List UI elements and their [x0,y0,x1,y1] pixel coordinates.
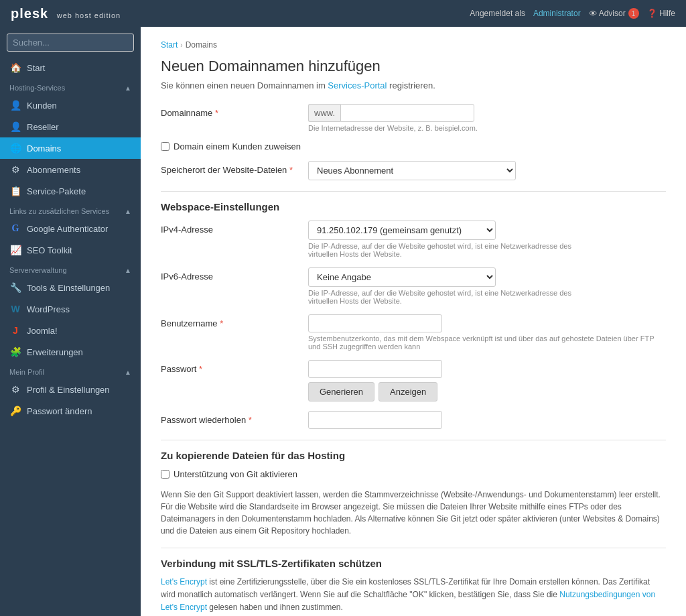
username-label: Benutzername * [161,314,308,328]
webspace-section-title: Webspace-Einstellungen [161,191,666,212]
password-repeat-label: Passwort wiederholen * [161,411,308,425]
git-checkbox-label[interactable]: Unterstützung von Git aktivieren [174,469,297,479]
git-text: Wenn Sie den Git Support deaktiviert las… [161,489,666,537]
password-input[interactable] [308,360,442,378]
sidebar-item-passwort[interactable]: 🔑 Passwort ändern [0,400,141,422]
wordpress-icon: W [9,304,21,314]
services-portal-link[interactable]: Services-Portal [328,80,387,90]
sidebar-item-google-auth[interactable]: G Google Authenticator [0,218,141,239]
sidebar-item-profil[interactable]: ⚙ Profil & Einstellungen [0,379,141,400]
pakete-icon: 📋 [9,186,21,196]
username-hint: Systembenutzerkonto, das mit dem Webspac… [308,334,666,351]
password-btn-group: Generieren Anzeigen [308,382,666,402]
sidebar-item-tools[interactable]: 🔧 Tools & Einstellungen [0,277,141,298]
sidebar-item-kunden[interactable]: 👤 Kunden [0,95,141,116]
sidebar-search-wrap [0,27,141,57]
sidebar-item-service-pakete[interactable]: 📋 Service-Pakete [0,180,141,202]
hosting-files-title: Zu kopierende Dateien für das Hosting [161,440,666,461]
domainname-label: Domainname * [161,104,308,118]
password-repeat-control [308,411,666,429]
username-control: Systembenutzerkonto, das mit dem Webspac… [308,314,666,351]
password-control: Generieren Anzeigen [308,360,666,402]
password-label: Passwort * [161,360,308,374]
domain-hint: Die Internetadresse der Website, z. B. b… [308,124,666,132]
joomla-icon: J [9,325,21,336]
sidebar-item-start[interactable]: 🏠 Start [0,57,141,78]
assign-customer-label[interactable]: Domain einem Kunden zuweisen [174,141,301,151]
lets-encrypt-link[interactable]: Let's Encrypt [161,577,207,587]
links-arrow: ▲ [125,208,131,215]
server-arrow: ▲ [125,267,131,274]
google-icon: G [9,223,21,234]
breadcrumb-start[interactable]: Start [161,40,178,50]
ipv4-hint: Die IP-Adresse, auf der die Website geho… [308,242,666,258]
webspace-select[interactable]: Neues Abonnement [308,161,516,180]
password-row: Passwort * Generieren Anzeigen [161,360,666,402]
chart-icon: 📈 [9,245,21,255]
globe-icon: 🌐 [9,143,21,153]
profil-arrow: ▲ [125,369,131,376]
show-button[interactable]: Anzeigen [379,382,437,402]
git-checkbox[interactable] [161,470,169,479]
ipv6-control: Keine Angabe Die IP-Adresse, auf der die… [308,267,666,305]
ssl-section: Verbindung mit SSL/TLS-Zertifikaten schü… [161,548,666,616]
sidebar-section-links: Links zu zusätzlichen Services ▲ [0,202,141,218]
domain-input-wrap: www. [308,104,666,122]
user-icon: 👤 [9,100,21,111]
ssl-title: Verbindung mit SSL/TLS-Zertifikaten schü… [161,548,666,569]
advisor-badge: 1 [628,8,639,19]
username-input[interactable] [308,314,442,332]
git-section: Unterstützung von Git aktivieren Wenn Si… [161,469,666,537]
sidebar-item-joomla[interactable]: J Joomla! [0,320,141,341]
sidebar-item-seo[interactable]: 📈 SEO Toolkit [0,239,141,261]
search-input[interactable] [7,34,134,52]
generate-button[interactable]: Generieren [308,382,374,402]
main-layout: 🏠 Start Hosting-Services ▲ 👤 Kunden 👤 Re… [0,27,686,616]
domain-name-input[interactable] [340,104,474,122]
sidebar-section-server: Serververwaltung ▲ [0,261,141,277]
sidebar: 🏠 Start Hosting-Services ▲ 👤 Kunden 👤 Re… [0,27,141,616]
key-icon: 🔑 [9,406,21,416]
required-star: * [215,108,218,118]
topbar-right: Angemeldet als Administrator 👁 Advisor 1… [470,8,675,19]
page-title: Neuen Domainnamen hinzufügen [161,58,666,75]
sidebar-item-erweiterungen[interactable]: 🧩 Erweiterungen [0,341,141,363]
topbar: plesk web host edition Angemeldet als Ad… [0,0,686,27]
sidebar-item-wordpress[interactable]: W WordPress [0,298,141,320]
ipv6-row: IPv6-Adresse Keine Angabe Die IP-Adresse… [161,267,666,305]
sidebar-section-hosting: Hosting-Services ▲ [0,78,141,95]
ipv6-hint: Die IP-Adresse, auf der die Website geho… [308,289,666,305]
assign-customer-checkbox[interactable] [161,142,169,151]
ipv4-control: 91.250.102.179 (gemeinsam genutzt) Die I… [308,221,666,258]
profil-icon: ⚙ [9,384,21,395]
webspace-label: Speicherort der Website-Dateien * [161,161,308,175]
domainname-row: Domainname * www. Die Internetadresse de… [161,104,666,132]
ipv6-select[interactable]: Keine Angabe [308,267,496,287]
assign-customer-row: Domain einem Kunden zuweisen [161,141,666,151]
password-repeat-input[interactable] [308,411,442,429]
sidebar-item-domains[interactable]: 🌐 Domains [0,137,141,159]
domainname-control: www. Die Internetadresse der Website, z.… [308,104,666,132]
ipv4-label: IPv4-Adresse [161,221,308,235]
breadcrumb-sep1: › [180,42,182,49]
sidebar-section-profil: Mein Profil ▲ [0,363,141,379]
reseller-icon: 👤 [9,121,21,132]
admin-link[interactable]: Administrator [533,9,581,18]
content: Start › Domains Neuen Domainnamen hinzuf… [141,27,686,616]
breadcrumb: Start › Domains [161,40,666,50]
abonnements-icon: ⚙ [9,164,21,175]
sidebar-item-abonnements[interactable]: ⚙ Abonnements [0,159,141,180]
breadcrumb-domains: Domains [186,40,217,50]
logged-in-label: Angemeldet als [470,9,525,18]
plesk-logo: plesk web host edition [11,6,121,21]
tools-icon: 🔧 [9,282,21,293]
sidebar-item-reseller[interactable]: 👤 Reseller [0,116,141,137]
content-inner: Start › Domains Neuen Domainnamen hinzuf… [141,27,686,616]
ssl-text: Let's Encrypt ist eine Zertifizierungsst… [161,576,666,615]
ipv4-select[interactable]: 91.250.102.179 (gemeinsam genutzt) [308,221,496,240]
git-checkbox-row: Unterstützung von Git aktivieren [161,469,666,479]
advisor-link[interactable]: 👁 Advisor 1 [589,8,639,19]
hosting-arrow: ▲ [125,84,131,92]
page-subtitle: Sie können einen neuen Domainnamen im Se… [161,80,666,90]
help-link[interactable]: ❓ Hilfe [647,9,675,18]
